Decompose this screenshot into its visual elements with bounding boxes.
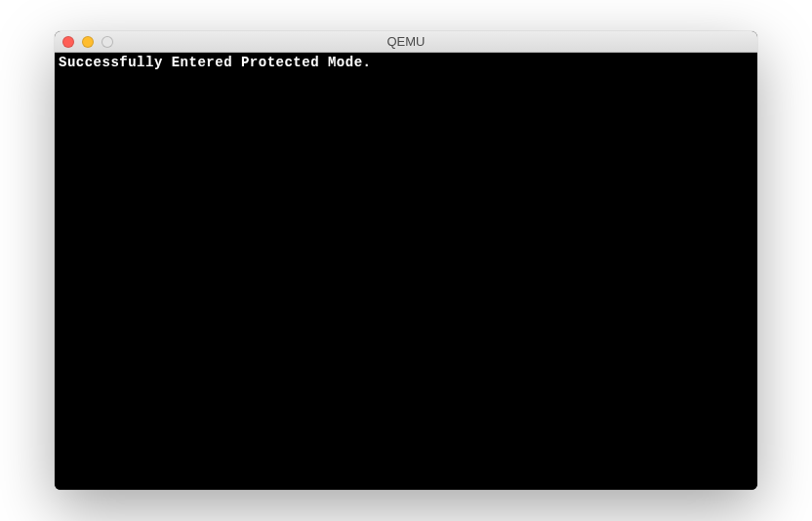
- terminal-output: Successfully Entered Protected Mode.: [55, 53, 757, 490]
- window-title: QEMU: [55, 34, 757, 49]
- terminal-line: Successfully Entered Protected Mode.: [59, 55, 753, 71]
- titlebar[interactable]: QEMU: [55, 31, 757, 53]
- qemu-window: QEMU Successfully Entered Protected Mode…: [55, 31, 757, 490]
- maximize-icon[interactable]: [102, 36, 113, 48]
- minimize-icon[interactable]: [82, 36, 94, 48]
- traffic-lights: [55, 36, 113, 48]
- close-icon[interactable]: [62, 36, 74, 48]
